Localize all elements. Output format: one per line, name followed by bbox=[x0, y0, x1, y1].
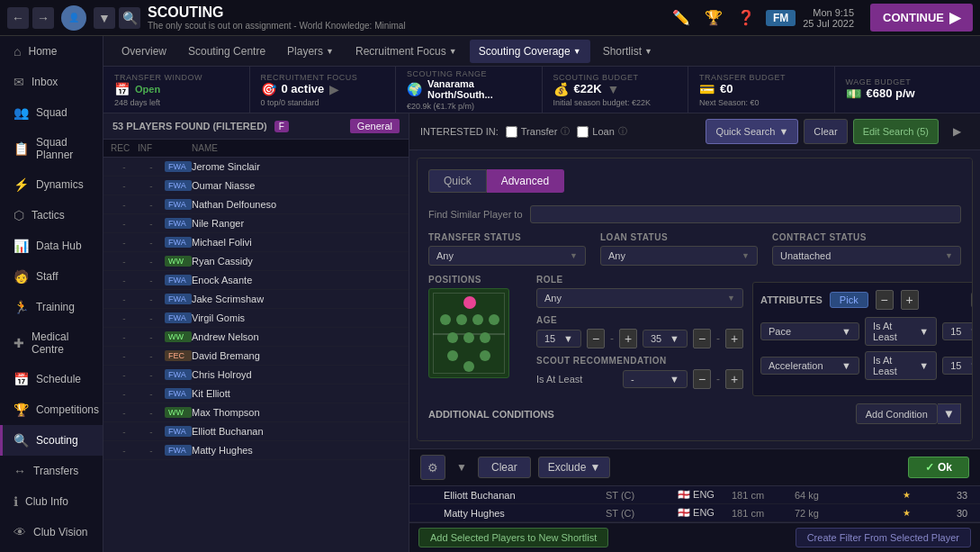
attr1-condition-select[interactable]: Is At Least ▼ bbox=[865, 317, 937, 346]
expand-search-button[interactable]: ▶ bbox=[944, 119, 969, 144]
subnav-scouting-centre[interactable]: Scouting Centre bbox=[179, 40, 274, 63]
age-max-select[interactable]: 35 ▼ bbox=[643, 330, 688, 348]
transfer-status-select[interactable]: Any ▼ bbox=[428, 246, 586, 266]
position-mc[interactable] bbox=[463, 332, 474, 343]
table-row[interactable]: - - FWA Michael Folivi bbox=[103, 233, 409, 252]
position-cb1[interactable] bbox=[456, 314, 467, 325]
attr2-value-select[interactable]: 15 ▼ bbox=[942, 357, 973, 375]
position-gk[interactable] bbox=[463, 296, 476, 309]
edit-search-button[interactable]: Edit Search (5) bbox=[853, 119, 939, 144]
transfer-checkbox[interactable] bbox=[506, 126, 517, 138]
table-row[interactable]: - - FWA Enock Asante bbox=[103, 271, 409, 290]
sidebar-item-training[interactable]: 🏃 Training bbox=[0, 292, 103, 322]
table-row[interactable]: Matty Hughes ST (C) 🏴󠁧󠁢󠁥󠁮󠁧󠁿 ENG 181 cm 7… bbox=[409, 504, 980, 522]
subnav-recruitment-focus[interactable]: Recruitment Focus ▼ bbox=[346, 40, 466, 63]
sidebar-item-home[interactable]: ⌂ Home bbox=[0, 36, 103, 67]
scout-rec-plus-button[interactable]: + bbox=[725, 369, 743, 389]
scout-rec-minus-button[interactable]: − bbox=[693, 369, 711, 389]
sidebar-item-competitions[interactable]: 🏆 Competitions bbox=[0, 394, 103, 425]
table-row[interactable]: - - WW Max Thompson bbox=[103, 403, 409, 422]
pick-attribute-button[interactable]: Pick bbox=[830, 292, 868, 308]
attr-header-plus-button[interactable]: + bbox=[901, 290, 919, 310]
age-min-minus-button[interactable]: − bbox=[587, 329, 605, 348]
position-rb[interactable] bbox=[489, 314, 499, 325]
forward-button[interactable]: → bbox=[32, 7, 54, 29]
trophy-icon-button[interactable]: 🏆 bbox=[701, 5, 726, 31]
attr1-name-select[interactable]: Pace ▼ bbox=[760, 322, 859, 340]
age-max-plus-button[interactable]: + bbox=[725, 329, 743, 348]
attr2-condition-select[interactable]: Is At Least ▼ bbox=[865, 351, 937, 380]
position-mr[interactable] bbox=[480, 332, 490, 343]
sidebar-item-dynamics[interactable]: ⚡ Dynamics bbox=[0, 169, 103, 200]
sidebar-item-data-hub[interactable]: 📊 Data Hub bbox=[0, 231, 103, 261]
table-row[interactable]: - - FWA Nile Ranger bbox=[103, 214, 409, 233]
clear-search-button[interactable]: Clear bbox=[804, 119, 847, 144]
sidebar-item-transfers[interactable]: ↔ Transfers bbox=[0, 456, 103, 486]
table-row[interactable]: - - FWA Virgil Gomis bbox=[103, 309, 409, 328]
exclude-button[interactable]: Exclude ▼ bbox=[538, 457, 611, 478]
table-row[interactable]: - - FWA Jake Scrimshaw bbox=[103, 290, 409, 309]
sidebar-item-tactics[interactable]: ⬡ Tactics bbox=[0, 200, 103, 231]
loan-checkbox[interactable] bbox=[577, 126, 589, 138]
role-select[interactable]: Any ▼ bbox=[536, 288, 743, 308]
sidebar-item-medical[interactable]: ✚ Medical Centre bbox=[0, 322, 103, 364]
table-row[interactable]: - - FWA Oumar Niasse bbox=[103, 176, 409, 195]
sidebar-item-squad[interactable]: 👥 Squad bbox=[0, 97, 103, 128]
age-min-select[interactable]: 15 ▼ bbox=[536, 330, 581, 348]
sidebar-item-club-vision[interactable]: 👁 Club Vision bbox=[0, 517, 103, 547]
dropdown-button[interactable]: ▼ bbox=[94, 7, 115, 29]
table-row[interactable]: - - FWA Kit Elliott bbox=[103, 385, 409, 403]
loan-status-select[interactable]: Any ▼ bbox=[600, 246, 758, 266]
subnav-overview[interactable]: Overview bbox=[112, 40, 175, 63]
sidebar-item-club-info[interactable]: ℹ Club Info bbox=[0, 486, 103, 517]
sidebar-item-schedule[interactable]: 📅 Schedule bbox=[0, 364, 103, 394]
position-al[interactable] bbox=[447, 350, 458, 361]
sidebar-item-inbox[interactable]: ✉ Inbox bbox=[0, 67, 103, 97]
scouting-budget-arrow[interactable]: ▼ bbox=[607, 82, 620, 96]
add-selected-button[interactable]: Add Selected Players to New Shortlist bbox=[418, 528, 608, 547]
sidebar-item-scouting[interactable]: 🔍 Scouting bbox=[0, 425, 103, 456]
table-row[interactable]: - - FWA Elliott Buchanan bbox=[103, 422, 409, 441]
table-row[interactable]: - - FWA Nathan Delfouneso bbox=[103, 195, 409, 214]
scout-rec-select[interactable]: - ▼ bbox=[623, 370, 688, 388]
edit-icon-button[interactable]: ✏️ bbox=[669, 5, 694, 31]
position-cb2[interactable] bbox=[472, 314, 483, 325]
recruitment-arrow-button[interactable]: ▶ bbox=[329, 82, 339, 96]
advanced-tab[interactable]: Advanced bbox=[487, 169, 564, 193]
find-similar-input[interactable] bbox=[530, 205, 961, 223]
position-lb[interactable] bbox=[440, 314, 451, 325]
position-ar[interactable] bbox=[480, 350, 490, 361]
table-row[interactable]: Elliott Buchanan ST (C) 🏴󠁧󠁢󠁥󠁮󠁧󠁿 ENG 181 … bbox=[409, 486, 980, 504]
add-condition-button[interactable]: Add Condition bbox=[856, 403, 938, 424]
subnav-shortlist[interactable]: Shortlist ▼ bbox=[594, 40, 661, 63]
position-st[interactable] bbox=[463, 361, 474, 372]
sidebar-item-finances[interactable]: 💰 Finances bbox=[0, 547, 103, 552]
attr-header-minus-button[interactable]: − bbox=[876, 290, 894, 310]
continue-button[interactable]: CONTINUE ▶ bbox=[870, 4, 973, 32]
help-icon-button[interactable]: ❓ bbox=[733, 5, 759, 31]
quick-search-button[interactable]: Quick Search ▼ bbox=[706, 119, 798, 144]
gear-dropdown-button[interactable]: ▼ bbox=[453, 458, 471, 476]
attr2-name-select[interactable]: Acceleration ▼ bbox=[760, 357, 859, 375]
position-ml[interactable] bbox=[447, 332, 458, 343]
search-button[interactable]: 🔍 bbox=[119, 7, 140, 29]
view-tab-general[interactable]: General bbox=[350, 119, 400, 133]
age-max-minus-button[interactable]: − bbox=[693, 329, 711, 348]
create-filter-button[interactable]: Create Filter From Selected Player bbox=[796, 528, 971, 547]
age-min-plus-button[interactable]: + bbox=[619, 329, 637, 348]
subnav-scouting-coverage[interactable]: Scouting Coverage ▼ bbox=[470, 40, 590, 63]
sidebar-item-squad-planner[interactable]: 📋 Squad Planner bbox=[0, 128, 103, 169]
table-row[interactable]: - - FWA Chris Holroyd bbox=[103, 366, 409, 385]
table-row[interactable]: - - FWA Jerome Sinclair bbox=[103, 158, 409, 176]
table-row[interactable]: - - FEC David Bremang bbox=[103, 347, 409, 366]
back-button[interactable]: ← bbox=[7, 7, 29, 29]
gear-settings-button[interactable]: ⚙ bbox=[420, 455, 445, 480]
table-row[interactable]: - - FWA Matty Hughes bbox=[103, 441, 409, 460]
clear-button[interactable]: Clear bbox=[478, 457, 531, 478]
sidebar-item-staff[interactable]: 🧑 Staff bbox=[0, 261, 103, 292]
match-select[interactable]: Match 2 / 2 ▼ bbox=[971, 292, 973, 308]
attr1-value-select[interactable]: 15 ▼ bbox=[942, 322, 973, 340]
subnav-players[interactable]: Players ▼ bbox=[278, 40, 343, 63]
add-condition-dropdown-button[interactable]: ▼ bbox=[938, 403, 961, 424]
ok-button[interactable]: ✓ Ok bbox=[908, 457, 969, 478]
